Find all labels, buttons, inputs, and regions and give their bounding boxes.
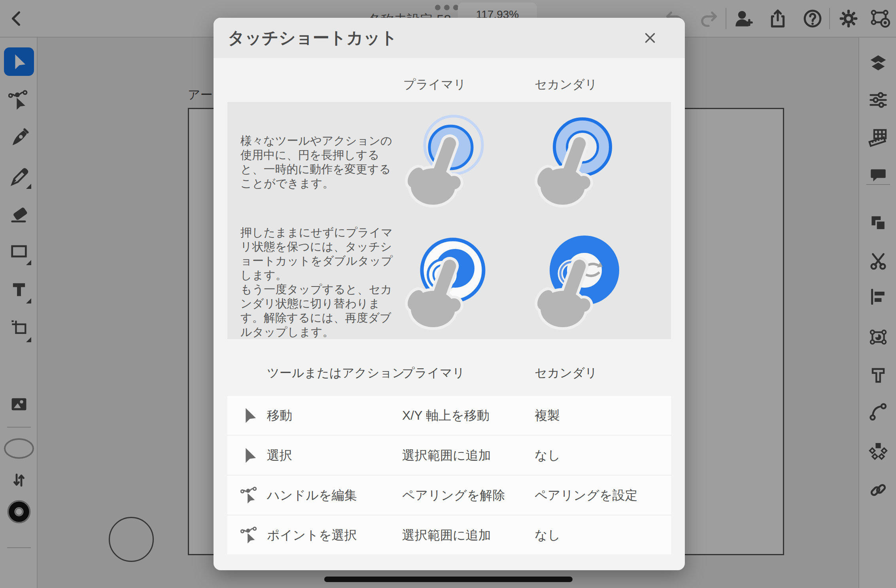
dialog-header: タッチショートカット <box>214 18 685 58</box>
home-indicator[interactable] <box>324 577 573 582</box>
direct-select-tool-icon <box>240 486 259 504</box>
adobe-illustrator-ipad-app: アートボード 1 名称未設定 58 117.93% <box>0 0 896 588</box>
row-secondary-value: なし <box>535 436 561 475</box>
illustration-hold-secondary-icon <box>527 110 626 213</box>
row-secondary-value: ペアリングを設定 <box>535 476 638 514</box>
row-primary-value: 選択範囲に追加 <box>402 516 491 554</box>
select-tool-icon <box>240 446 259 464</box>
shortcut-table: 移動 X/Y 軸上を移動 複製 選択 選択範囲に追加 なし ハンドルを編集 ペア… <box>227 396 671 556</box>
row-tool-label: 選択 <box>267 436 292 475</box>
row-primary-value: X/Y 軸上を移動 <box>402 396 490 435</box>
row-primary-value: 選択範囲に追加 <box>402 436 491 475</box>
select-tool-icon <box>240 406 259 424</box>
illustration-doubletap-primary-icon <box>397 233 496 335</box>
table-header-primary: プライマリ <box>402 365 465 381</box>
row-secondary-value: 複製 <box>535 396 560 435</box>
column-header-primary: プライマリ <box>403 76 466 93</box>
table-row[interactable]: ハンドルを編集 ペアリングを解除 ペアリングを設定 <box>227 476 671 514</box>
intro-hold-text: 様々なツールやアクションの 使用中に、円を長押しする と、一時的に動作を変更する… <box>240 134 410 190</box>
illustration-panel: 様々なツールやアクションの 使用中に、円を長押しする と、一時的に動作を変更する… <box>227 102 671 339</box>
table-header-tool: ツールまたはアクション <box>267 365 405 381</box>
touch-shortcut-dialog: タッチショートカット プライマリ セカンダリ 様々なツールやアクションの 使用中… <box>214 18 685 570</box>
table-row[interactable]: 選択 選択範囲に追加 なし <box>227 436 671 475</box>
row-tool-label: ハンドルを編集 <box>267 476 357 514</box>
close-icon[interactable] <box>641 29 659 47</box>
column-header-secondary: セカンダリ <box>535 76 597 93</box>
row-secondary-value: なし <box>535 516 561 554</box>
row-tool-label: 移動 <box>267 396 292 435</box>
row-primary-value: ペアリングを解除 <box>402 476 505 514</box>
intro-double-tap-text: 押したままにせずにプライマ リ状態を保つには、タッチシ ョートカットをダブルタッ… <box>240 225 410 339</box>
direct-select-tool-icon <box>240 526 259 544</box>
dialog-title: タッチショートカット <box>228 18 397 58</box>
illustration-doubletap-secondary-icon <box>527 233 626 335</box>
row-tool-label: ポイントを選択 <box>267 516 357 554</box>
table-row[interactable]: ポイントを選択 選択範囲に追加 なし <box>227 516 671 554</box>
table-row[interactable]: 移動 X/Y 軸上を移動 複製 <box>227 396 671 435</box>
illustration-hold-primary-icon <box>397 110 496 213</box>
table-header-secondary: セカンダリ <box>535 365 597 381</box>
